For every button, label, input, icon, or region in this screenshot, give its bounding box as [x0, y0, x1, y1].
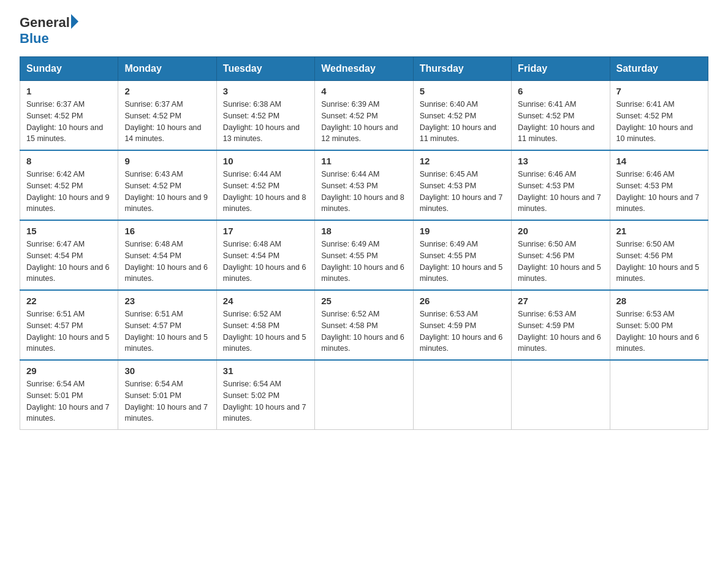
calendar-cell: 25Sunrise: 6:52 AMSunset: 4:58 PMDayligh…: [315, 290, 413, 360]
day-detail: Sunrise: 6:46 AMSunset: 4:53 PMDaylight:…: [616, 169, 702, 215]
weekday-header-row: SundayMondayTuesdayWednesdayThursdayFrid…: [20, 57, 708, 81]
calendar-cell: 11Sunrise: 6:44 AMSunset: 4:53 PMDayligh…: [315, 150, 413, 220]
day-detail: Sunrise: 6:39 AMSunset: 4:52 PMDaylight:…: [321, 99, 406, 145]
day-detail: Sunrise: 6:38 AMSunset: 4:52 PMDaylight:…: [223, 99, 308, 145]
day-detail: Sunrise: 6:41 AMSunset: 4:52 PMDaylight:…: [616, 99, 702, 145]
day-detail: Sunrise: 6:54 AMSunset: 5:01 PMDaylight:…: [124, 378, 210, 424]
day-detail: Sunrise: 6:52 AMSunset: 4:58 PMDaylight:…: [321, 308, 406, 354]
calendar-week-row: 8Sunrise: 6:42 AMSunset: 4:52 PMDaylight…: [20, 150, 708, 220]
day-number: 15: [26, 226, 112, 236]
day-number: 29: [26, 366, 112, 376]
calendar-cell: 14Sunrise: 6:46 AMSunset: 4:53 PMDayligh…: [610, 150, 708, 220]
day-number: 2: [124, 86, 210, 96]
calendar-cell: 30Sunrise: 6:54 AMSunset: 5:01 PMDayligh…: [118, 360, 216, 430]
day-number: 19: [420, 226, 505, 236]
calendar-cell: 21Sunrise: 6:50 AMSunset: 4:56 PMDayligh…: [610, 220, 708, 290]
day-detail: Sunrise: 6:42 AMSunset: 4:52 PMDaylight:…: [26, 169, 112, 215]
day-detail: Sunrise: 6:48 AMSunset: 4:54 PMDaylight:…: [223, 239, 308, 285]
calendar-cell: 5Sunrise: 6:40 AMSunset: 4:52 PMDaylight…: [413, 81, 511, 151]
day-detail: Sunrise: 6:53 AMSunset: 4:59 PMDaylight:…: [420, 308, 505, 354]
calendar-cell: 9Sunrise: 6:43 AMSunset: 4:52 PMDaylight…: [118, 150, 216, 220]
day-detail: Sunrise: 6:40 AMSunset: 4:52 PMDaylight:…: [420, 99, 505, 145]
day-number: 9: [124, 156, 210, 166]
calendar-cell: 2Sunrise: 6:37 AMSunset: 4:52 PMDaylight…: [118, 81, 216, 151]
calendar-cell: 12Sunrise: 6:45 AMSunset: 4:53 PMDayligh…: [413, 150, 511, 220]
weekday-header-thursday: Thursday: [413, 57, 511, 81]
day-detail: Sunrise: 6:51 AMSunset: 4:57 PMDaylight:…: [26, 308, 112, 354]
page-header: General Blue: [20, 15, 708, 47]
calendar-table: SundayMondayTuesdayWednesdayThursdayFrid…: [20, 56, 708, 430]
calendar-cell: [512, 360, 610, 430]
day-number: 26: [420, 296, 505, 306]
day-detail: Sunrise: 6:48 AMSunset: 4:54 PMDaylight:…: [124, 239, 210, 285]
day-number: 22: [26, 296, 112, 306]
calendar-cell: 22Sunrise: 6:51 AMSunset: 4:57 PMDayligh…: [20, 290, 118, 360]
calendar-cell: 20Sunrise: 6:50 AMSunset: 4:56 PMDayligh…: [512, 220, 610, 290]
calendar-week-row: 15Sunrise: 6:47 AMSunset: 4:54 PMDayligh…: [20, 220, 708, 290]
calendar-cell: 18Sunrise: 6:49 AMSunset: 4:55 PMDayligh…: [315, 220, 413, 290]
day-number: 20: [518, 226, 603, 236]
weekday-header-monday: Monday: [118, 57, 216, 81]
day-detail: Sunrise: 6:37 AMSunset: 4:52 PMDaylight:…: [124, 99, 210, 145]
day-number: 7: [616, 86, 702, 96]
day-detail: Sunrise: 6:54 AMSunset: 5:02 PMDaylight:…: [223, 378, 308, 424]
calendar-cell: 1Sunrise: 6:37 AMSunset: 4:52 PMDaylight…: [20, 81, 118, 151]
day-detail: Sunrise: 6:43 AMSunset: 4:52 PMDaylight:…: [124, 169, 210, 215]
weekday-header-tuesday: Tuesday: [216, 57, 314, 81]
calendar-cell: 4Sunrise: 6:39 AMSunset: 4:52 PMDaylight…: [315, 81, 413, 151]
day-number: 8: [26, 156, 112, 166]
day-number: 17: [223, 226, 308, 236]
day-number: 16: [124, 226, 210, 236]
day-detail: Sunrise: 6:45 AMSunset: 4:53 PMDaylight:…: [420, 169, 505, 215]
day-number: 11: [321, 156, 406, 166]
day-detail: Sunrise: 6:44 AMSunset: 4:53 PMDaylight:…: [321, 169, 406, 215]
calendar-cell: 10Sunrise: 6:44 AMSunset: 4:52 PMDayligh…: [216, 150, 314, 220]
day-detail: Sunrise: 6:54 AMSunset: 5:01 PMDaylight:…: [26, 378, 112, 424]
day-number: 27: [518, 296, 603, 306]
weekday-header-wednesday: Wednesday: [315, 57, 413, 81]
calendar-week-row: 29Sunrise: 6:54 AMSunset: 5:01 PMDayligh…: [20, 360, 708, 430]
day-detail: Sunrise: 6:52 AMSunset: 4:58 PMDaylight:…: [223, 308, 308, 354]
calendar-cell: 24Sunrise: 6:52 AMSunset: 4:58 PMDayligh…: [216, 290, 314, 360]
day-number: 4: [321, 86, 406, 96]
day-number: 31: [223, 366, 308, 376]
day-number: 1: [26, 86, 112, 96]
calendar-cell: 19Sunrise: 6:49 AMSunset: 4:55 PMDayligh…: [413, 220, 511, 290]
day-number: 18: [321, 226, 406, 236]
calendar-cell: 23Sunrise: 6:51 AMSunset: 4:57 PMDayligh…: [118, 290, 216, 360]
calendar-cell: 29Sunrise: 6:54 AMSunset: 5:01 PMDayligh…: [20, 360, 118, 430]
logo: General Blue: [20, 15, 78, 47]
day-number: 30: [124, 366, 210, 376]
day-detail: Sunrise: 6:41 AMSunset: 4:52 PMDaylight:…: [518, 99, 603, 145]
calendar-cell: 26Sunrise: 6:53 AMSunset: 4:59 PMDayligh…: [413, 290, 511, 360]
calendar-cell: 3Sunrise: 6:38 AMSunset: 4:52 PMDaylight…: [216, 81, 314, 151]
day-detail: Sunrise: 6:44 AMSunset: 4:52 PMDaylight:…: [223, 169, 308, 215]
calendar-cell: 27Sunrise: 6:53 AMSunset: 4:59 PMDayligh…: [512, 290, 610, 360]
calendar-cell: 17Sunrise: 6:48 AMSunset: 4:54 PMDayligh…: [216, 220, 314, 290]
weekday-header-friday: Friday: [512, 57, 610, 81]
calendar-cell: [610, 360, 708, 430]
calendar-cell: [413, 360, 511, 430]
calendar-week-row: 1Sunrise: 6:37 AMSunset: 4:52 PMDaylight…: [20, 81, 708, 151]
day-number: 5: [420, 86, 505, 96]
day-detail: Sunrise: 6:49 AMSunset: 4:55 PMDaylight:…: [420, 239, 505, 285]
day-detail: Sunrise: 6:50 AMSunset: 4:56 PMDaylight:…: [518, 239, 603, 285]
day-detail: Sunrise: 6:49 AMSunset: 4:55 PMDaylight:…: [321, 239, 406, 285]
calendar-cell: 7Sunrise: 6:41 AMSunset: 4:52 PMDaylight…: [610, 81, 708, 151]
calendar-cell: 28Sunrise: 6:53 AMSunset: 5:00 PMDayligh…: [610, 290, 708, 360]
weekday-header-saturday: Saturday: [610, 57, 708, 81]
calendar-week-row: 22Sunrise: 6:51 AMSunset: 4:57 PMDayligh…: [20, 290, 708, 360]
logo-blue: Blue: [20, 31, 49, 47]
logo-arrow-icon: [71, 14, 78, 29]
day-number: 3: [223, 86, 308, 96]
day-number: 23: [124, 296, 210, 306]
calendar-cell: 6Sunrise: 6:41 AMSunset: 4:52 PMDaylight…: [512, 81, 610, 151]
calendar-cell: 16Sunrise: 6:48 AMSunset: 4:54 PMDayligh…: [118, 220, 216, 290]
day-number: 28: [616, 296, 702, 306]
day-detail: Sunrise: 6:51 AMSunset: 4:57 PMDaylight:…: [124, 308, 210, 354]
logo-general: General: [20, 15, 70, 31]
day-detail: Sunrise: 6:53 AMSunset: 5:00 PMDaylight:…: [616, 308, 702, 354]
day-detail: Sunrise: 6:50 AMSunset: 4:56 PMDaylight:…: [616, 239, 702, 285]
day-number: 12: [420, 156, 505, 166]
weekday-header-sunday: Sunday: [20, 57, 118, 81]
